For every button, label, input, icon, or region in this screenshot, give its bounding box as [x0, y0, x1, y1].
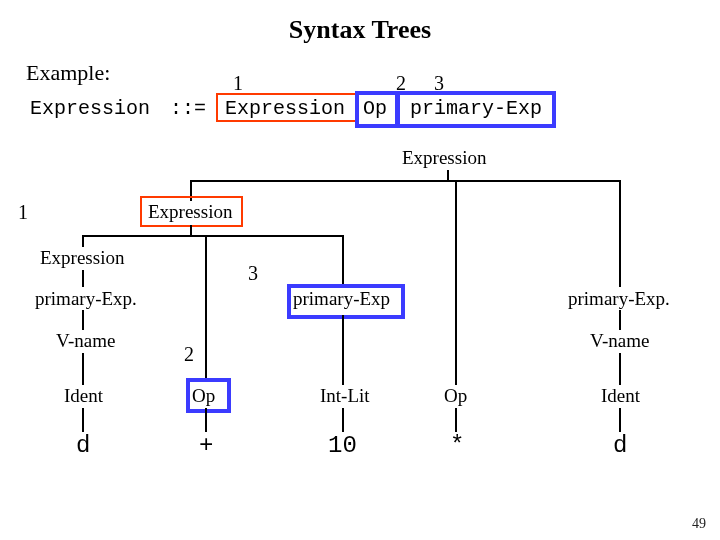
tree-line — [447, 170, 449, 180]
tree-line — [190, 225, 192, 235]
page-number: 49 — [692, 516, 706, 532]
leaf-d-right: d — [613, 432, 627, 459]
prod-sep: ::= — [170, 97, 206, 120]
tree-line — [455, 180, 457, 385]
tree-line — [205, 235, 207, 380]
tree-num-3: 3 — [248, 262, 258, 285]
node-int-lit: Int-Lit — [320, 385, 370, 407]
node-op-right: Op — [444, 385, 467, 407]
box-expression — [216, 93, 357, 122]
tree-num-1: 1 — [18, 201, 28, 224]
tree-line — [82, 235, 84, 247]
leaf-10: 10 — [328, 432, 357, 459]
leaf-d-left: d — [76, 432, 90, 459]
node-expression-left: Expression — [40, 247, 124, 269]
leaf-plus: + — [199, 432, 213, 459]
node-expression-mid: Expression — [148, 201, 232, 223]
tree-line — [82, 235, 343, 237]
leaf-star: * — [450, 432, 464, 459]
tree-num-2: 2 — [184, 343, 194, 366]
node-vname-left: V-name — [56, 330, 115, 352]
node-vname-right: V-name — [590, 330, 649, 352]
tree-line — [205, 408, 207, 432]
box-primary — [396, 91, 556, 128]
node-root-expression: Expression — [402, 147, 486, 169]
tree-line — [82, 353, 84, 385]
tree-line — [190, 180, 620, 182]
tree-line — [82, 408, 84, 432]
tree-line — [82, 270, 84, 287]
tree-line — [619, 180, 621, 287]
node-primary-right: primary-Exp. — [568, 288, 670, 310]
node-op-left: Op — [192, 385, 215, 407]
node-ident-left: Ident — [64, 385, 103, 407]
prod-lhs: Expression — [30, 97, 150, 120]
prod-num-1: 1 — [233, 72, 243, 95]
box-op — [355, 91, 399, 128]
tree-line — [342, 235, 344, 287]
tree-line — [619, 353, 621, 385]
tree-line — [82, 310, 84, 330]
example-label: Example: — [26, 60, 110, 86]
node-ident-right: Ident — [601, 385, 640, 407]
node-primary-mid: primary-Exp — [293, 288, 390, 310]
tree-line — [619, 408, 621, 432]
page-title: Syntax Trees — [0, 15, 720, 45]
tree-line — [455, 408, 457, 432]
tree-line — [342, 315, 344, 385]
tree-line — [342, 408, 344, 432]
node-primary-left: primary-Exp. — [35, 288, 137, 310]
tree-line — [619, 310, 621, 330]
